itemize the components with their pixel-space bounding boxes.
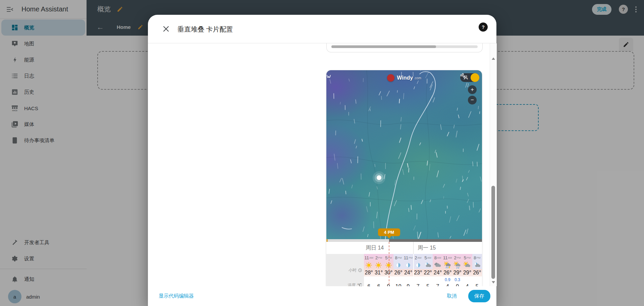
show-code-editor-link[interactable]: 显示代码编辑器 — [159, 293, 194, 299]
windy-logo[interactable]: Windy.com — [326, 74, 482, 82]
sun-weather-icon — [375, 262, 382, 269]
hours-row: 11AM2PM5PM8PM11PM2AM5AM8AM11AM2PM5PM8PM — [364, 254, 482, 261]
storm-weather-icon — [444, 262, 451, 269]
rain-sun-weather-icon — [454, 262, 461, 269]
rain-cell — [472, 276, 482, 283]
sun-weather-icon — [365, 262, 372, 269]
hour-cell: 2AM — [413, 254, 423, 261]
dialog-title: 垂直堆叠 卡片配置 — [177, 25, 233, 34]
hour-cell: 5AM — [423, 254, 433, 261]
weather-icon-cell — [374, 261, 383, 269]
wind-cell: 10 — [393, 283, 403, 286]
hour-cell: 11AM — [443, 254, 452, 261]
layer-selector[interactable]: 风 — [460, 73, 479, 82]
temp-cell: 24° — [403, 269, 413, 276]
cloud-sun-weather-icon — [464, 262, 471, 269]
hour-cell: 8PM — [472, 254, 482, 261]
time-bubble[interactable]: 4 PM — [378, 228, 400, 236]
location-marker — [377, 175, 381, 180]
wind-cell: 9 — [403, 283, 413, 286]
horizontal-scrollbar — [331, 45, 478, 48]
windy-preview-card: Windy.com 风 + − 4 PM 周日 14 — [326, 70, 482, 286]
temp-cell: 28° — [364, 269, 374, 276]
scroll-up-arrow[interactable] — [492, 57, 495, 60]
rain-cell — [403, 276, 413, 283]
weather-icon-cell — [364, 261, 374, 269]
zoom-out-button[interactable]: − — [468, 96, 477, 104]
wind-cell: 0 — [452, 283, 462, 286]
close-icon[interactable] — [160, 23, 172, 35]
hour-cell: 11AM — [364, 254, 374, 261]
dialog-scrollbar[interactable] — [490, 43, 497, 286]
current-time-line — [389, 242, 389, 286]
temp-cell: 22° — [423, 269, 433, 276]
day-label-sunday[interactable]: 周日 14 — [366, 245, 384, 252]
scrollbar-thumb[interactable] — [491, 186, 495, 279]
rain-cell — [374, 276, 383, 283]
wind-cell: 6 — [364, 283, 374, 286]
row-labels-column: 小时 温度°C 雨mm 风km/h 阵风km/h — [326, 254, 364, 286]
dialog-footer: 显示代码编辑器 取消 保存 — [148, 286, 496, 306]
temp-row-label: 温度°C — [348, 282, 362, 286]
windy-map[interactable]: Windy.com 风 + − 4 PM — [326, 70, 482, 239]
wind-layer-icon[interactable] — [471, 73, 479, 82]
weather-icons-row — [364, 261, 482, 269]
cloud-moon-weather-icon — [474, 262, 481, 269]
moon-weather-icon — [395, 262, 402, 269]
timeline-scrubber[interactable] — [326, 239, 482, 242]
moon-weather-icon — [415, 262, 422, 269]
weather-icon-cell — [462, 261, 472, 269]
temp-cell: 24° — [433, 269, 442, 276]
wind-cell: 7 — [413, 283, 423, 286]
windy-logo-icon — [387, 74, 394, 82]
weather-icon-cell — [433, 261, 442, 269]
temp-cell: 31° — [374, 269, 383, 276]
rain-row: 0.90.3 — [364, 276, 482, 283]
rain-cell: 0.9 — [443, 276, 452, 283]
cloud-weather-icon — [434, 262, 441, 269]
temp-cell: 26° — [393, 269, 403, 276]
save-button[interactable]: 保存 — [468, 290, 490, 302]
rain-cell — [413, 276, 423, 283]
temp-cell: 29° — [452, 269, 462, 276]
cancel-button[interactable]: 取消 — [445, 293, 459, 300]
day-label-monday[interactable]: 周一 15 — [418, 245, 436, 252]
weather-icon-cell — [452, 261, 462, 269]
day-row: 周日 14 周一 15 — [326, 242, 482, 254]
wind-cell: 5 — [423, 283, 433, 286]
rain-cell — [433, 276, 442, 283]
moon-weather-icon — [405, 262, 412, 269]
dialog-body: Windy.com 风 + − 4 PM 周日 14 — [148, 43, 490, 286]
weather-icon-cell — [413, 261, 423, 269]
wind-cell: 5 — [472, 283, 482, 286]
hour-cell: 2PM — [374, 254, 383, 261]
hour-cell: 8AM — [433, 254, 442, 261]
weather-icon-cell — [472, 261, 482, 269]
temp-cell: 26° — [443, 269, 452, 276]
wind-cell: 4 — [462, 283, 472, 286]
day-separator — [413, 242, 414, 254]
hour-cell: 8PM — [393, 254, 403, 261]
weather-icon-cell — [443, 261, 452, 269]
wind-row: 6691097574045 — [364, 283, 482, 286]
forecast-table: 周日 14 周一 15 小时 温度°C 雨mm — [326, 242, 482, 286]
preview-card-partial — [326, 43, 483, 52]
hour-cell: 11PM — [403, 254, 413, 261]
weather-icon-cell — [393, 261, 403, 269]
temp-unit-link[interactable]: °C — [358, 283, 362, 286]
scroll-down-arrow[interactable] — [492, 281, 495, 283]
rain-cell — [364, 276, 374, 283]
dialog-help-icon[interactable]: ? — [479, 23, 488, 32]
dialog-header: 垂直堆叠 卡片配置 ? — [148, 15, 496, 43]
rain-cell — [393, 276, 403, 283]
cloud-moon-weather-icon — [424, 262, 431, 269]
weather-icon-cell — [423, 261, 433, 269]
rain-cell — [462, 276, 472, 283]
temp-cell: 23° — [413, 269, 423, 276]
wind-cell: 7 — [433, 283, 442, 286]
temp-cell: 26° — [472, 269, 482, 276]
hour-cell: 2PM — [452, 254, 462, 261]
clock-icon — [358, 268, 362, 272]
horizontal-scrollbar-thumb[interactable] — [331, 45, 436, 48]
zoom-in-button[interactable]: + — [468, 85, 477, 94]
